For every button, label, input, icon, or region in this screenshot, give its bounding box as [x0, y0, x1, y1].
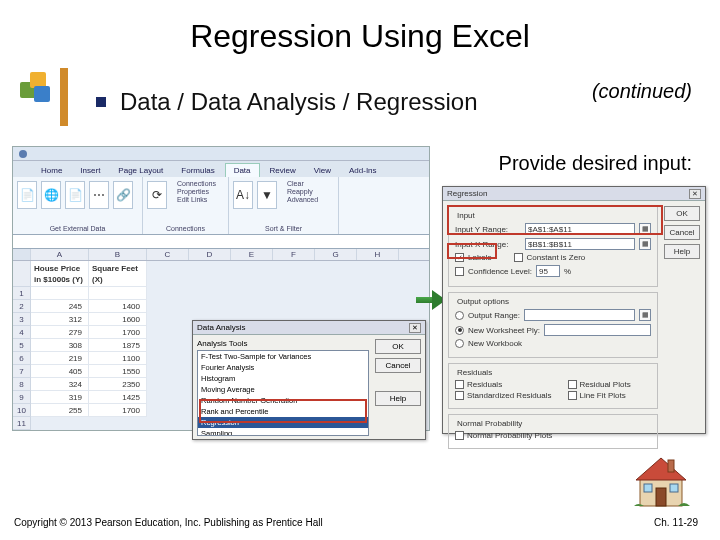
col-f[interactable]: F: [273, 249, 315, 260]
new-workbook-radio[interactable]: [455, 339, 464, 348]
new-worksheet-input[interactable]: [544, 324, 651, 336]
cell[interactable]: 1425: [89, 391, 147, 404]
analysis-tool-item[interactable]: Sampling: [198, 428, 368, 436]
house-clipart: [628, 452, 694, 510]
line-fit-plots-checkbox[interactable]: [568, 391, 577, 400]
col-c[interactable]: C: [147, 249, 189, 260]
x-range-input[interactable]: $B$1:$B$11: [525, 238, 635, 250]
tab-formulas[interactable]: Formulas: [173, 164, 222, 177]
svg-rect-5: [670, 484, 678, 492]
cell[interactable]: 1100: [89, 352, 147, 365]
close-icon[interactable]: ✕: [689, 189, 701, 199]
output-range-label: Output Range:: [468, 311, 520, 320]
formula-bar[interactable]: [13, 235, 429, 249]
close-icon[interactable]: ✕: [409, 323, 421, 333]
range-picker-icon[interactable]: ▦: [639, 309, 651, 321]
new-worksheet-radio[interactable]: [455, 326, 464, 335]
tab-pagelayout[interactable]: Page Layout: [110, 164, 171, 177]
cell[interactable]: 279: [31, 326, 89, 339]
refresh-all-icon[interactable]: ⟳: [147, 181, 167, 209]
range-picker-icon[interactable]: ▦: [639, 223, 651, 235]
sort-icon[interactable]: A↓: [233, 181, 253, 209]
svg-rect-4: [644, 484, 652, 492]
std-residuals-label: Standardized Residuals: [467, 391, 552, 400]
col-a[interactable]: A: [31, 249, 89, 260]
range-picker-icon[interactable]: ▦: [639, 238, 651, 250]
cell[interactable]: 319: [31, 391, 89, 404]
analysis-tool-item[interactable]: Regression: [198, 417, 368, 428]
analysis-tool-item[interactable]: Fourier Analysis: [198, 362, 368, 373]
from-other-icon[interactable]: ⋯: [89, 181, 109, 209]
ok-button[interactable]: OK: [664, 206, 700, 221]
tab-addins[interactable]: Add-Ins: [341, 164, 385, 177]
help-button[interactable]: Help: [375, 391, 421, 406]
cell[interactable]: 1700: [89, 404, 147, 417]
office-orb-icon[interactable]: [19, 150, 27, 158]
cell[interactable]: 312: [31, 313, 89, 326]
col-corner[interactable]: [13, 249, 31, 260]
cell[interactable]: 2350: [89, 378, 147, 391]
col-d[interactable]: D: [189, 249, 231, 260]
cell[interactable]: 405: [31, 365, 89, 378]
normal-plots-checkbox[interactable]: [455, 431, 464, 440]
analysis-tool-item[interactable]: Rank and Percentile: [198, 406, 368, 417]
confidence-checkbox[interactable]: [455, 267, 464, 276]
cell[interactable]: 255: [31, 404, 89, 417]
analysis-tool-item[interactable]: Histogram: [198, 373, 368, 384]
from-text-icon[interactable]: 📄: [65, 181, 85, 209]
accent-bar: [60, 68, 68, 126]
cell[interactable]: 308: [31, 339, 89, 352]
labels-checkbox[interactable]: ✓: [455, 253, 464, 262]
properties-item[interactable]: Properties: [177, 188, 216, 195]
residuals-checkbox[interactable]: [455, 380, 464, 389]
from-web-icon[interactable]: 🌐: [41, 181, 61, 209]
from-access-icon[interactable]: 📄: [17, 181, 37, 209]
confidence-input[interactable]: 95: [536, 265, 560, 277]
constant-zero-checkbox[interactable]: [514, 253, 523, 262]
cell[interactable]: 324: [31, 378, 89, 391]
cell[interactable]: 1400: [89, 300, 147, 313]
help-button[interactable]: Help: [664, 244, 700, 259]
analysis-tools-list[interactable]: F-Test Two-Sample for VariancesFourier A…: [197, 350, 369, 436]
bullet-icon: [96, 97, 106, 107]
existing-conn-icon[interactable]: 🔗: [113, 181, 133, 209]
tab-home[interactable]: Home: [33, 164, 70, 177]
advanced-item[interactable]: Advanced: [287, 196, 318, 203]
tab-view[interactable]: View: [306, 164, 339, 177]
y-range-label: Input Y Range:: [455, 225, 521, 234]
ok-button[interactable]: OK: [375, 339, 421, 354]
output-range-input[interactable]: [524, 309, 635, 321]
col-h[interactable]: H: [357, 249, 399, 260]
col-e[interactable]: E: [231, 249, 273, 260]
analysis-tool-item[interactable]: Random Number Generation: [198, 395, 368, 406]
cancel-button[interactable]: Cancel: [375, 358, 421, 373]
reapply-item[interactable]: Reapply: [287, 188, 318, 195]
std-residuals-checkbox[interactable]: [455, 391, 464, 400]
cell[interactable]: 1550: [89, 365, 147, 378]
col-b[interactable]: B: [89, 249, 147, 260]
header-price[interactable]: House Price in $1000s (Y): [31, 261, 89, 287]
header-sqft[interactable]: Square Feet (X): [89, 261, 147, 287]
cell[interactable]: 219: [31, 352, 89, 365]
tab-data[interactable]: Data: [225, 163, 260, 177]
connections-item[interactable]: Connections: [177, 180, 216, 187]
col-g[interactable]: G: [315, 249, 357, 260]
cell[interactable]: 1875: [89, 339, 147, 352]
breadcrumb: Data / Data Analysis / Regression: [120, 88, 478, 116]
tab-insert[interactable]: Insert: [72, 164, 108, 177]
residual-plots-checkbox[interactable]: [568, 380, 577, 389]
output-legend: Output options: [455, 297, 511, 306]
cell[interactable]: 1700: [89, 326, 147, 339]
cancel-button[interactable]: Cancel: [664, 225, 700, 240]
output-range-radio[interactable]: [455, 311, 464, 320]
editlinks-item[interactable]: Edit Links: [177, 196, 216, 203]
analysis-tool-item[interactable]: Moving Average: [198, 384, 368, 395]
y-range-input[interactable]: $A$1:$A$11: [525, 223, 635, 235]
analysis-tool-item[interactable]: F-Test Two-Sample for Variances: [198, 351, 368, 362]
cell[interactable]: 245: [31, 300, 89, 313]
clear-item[interactable]: Clear: [287, 180, 318, 187]
filter-icon[interactable]: ▼: [257, 181, 277, 209]
ribbon-tabs: Home Insert Page Layout Formulas Data Re…: [13, 161, 429, 177]
tab-review[interactable]: Review: [262, 164, 304, 177]
cell[interactable]: 1600: [89, 313, 147, 326]
